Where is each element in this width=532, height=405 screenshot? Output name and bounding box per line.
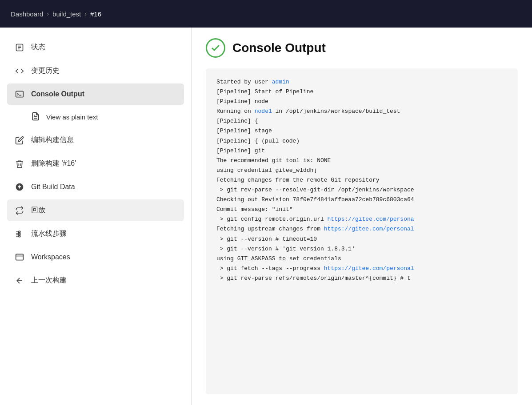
sidebar-item-workspaces[interactable]: Workspaces	[7, 246, 184, 268]
git-icon	[14, 183, 25, 191]
sidebar-item-console[interactable]: Console Output	[7, 83, 184, 105]
node1-link[interactable]: node1	[255, 108, 272, 115]
console-line: > git --version # 'git version 1.8.3.1'	[216, 244, 507, 254]
sidebar-item-pipeline[interactable]: 流水线步骤	[7, 223, 184, 245]
console-output[interactable]: Started by user admin [Pipeline] Start o…	[206, 68, 518, 394]
console-icon	[14, 90, 25, 99]
console-line: Fetching upstream changes from https://g…	[216, 224, 507, 234]
main-layout: 状态 变更历史 Console Output	[0, 28, 532, 405]
sidebar-item-changes[interactable]: 变更历史	[7, 60, 184, 82]
console-line: [Pipeline] { (pull code)	[216, 136, 507, 146]
sidebar-item-replay[interactable]: 回放	[7, 199, 184, 221]
sidebar-item-workspaces-label: Workspaces	[31, 253, 70, 261]
svg-rect-16	[16, 254, 24, 260]
console-line: Fetching changes from the remote Git rep…	[216, 175, 507, 185]
sidebar-item-pipeline-label: 流水线步骤	[31, 229, 67, 238]
sidebar: 状态 变更历史 Console Output	[0, 28, 192, 405]
sidebar-item-status-label: 状态	[31, 43, 45, 52]
svg-rect-4	[16, 91, 24, 97]
gitee-link-3[interactable]: https://gitee.com/personal	[324, 265, 414, 272]
console-line: Checking out Revision 78f0e7f4841affbeaa…	[216, 195, 507, 205]
admin-link[interactable]: admin	[272, 79, 289, 85]
console-line: > git fetch --tags --progress https://gi…	[216, 264, 507, 274]
console-line: Started by user admin	[216, 77, 507, 87]
breadcrumb-dashboard[interactable]: Dashboard	[11, 10, 43, 18]
console-line: Commit message: "init"	[216, 205, 507, 214]
edit-icon	[14, 136, 25, 145]
console-line: [Pipeline] {	[216, 116, 507, 126]
sidebar-item-plaintext[interactable]: View as plain text	[7, 107, 184, 127]
console-line: > git rev-parse refs/remotes/origin/mast…	[216, 274, 507, 283]
sidebar-item-prev[interactable]: 上一次构建	[7, 270, 184, 291]
sidebar-item-edit[interactable]: 编辑构建信息	[7, 129, 184, 151]
page-header: Console Output	[206, 38, 518, 58]
console-line: using credential gitee_wlddhj	[216, 166, 507, 175]
console-line: [Pipeline] Start of Pipeline	[216, 87, 507, 97]
replay-icon	[14, 206, 25, 215]
changes-icon	[14, 67, 25, 75]
workspace-icon	[14, 253, 25, 262]
delete-icon	[14, 159, 25, 168]
sidebar-item-gitdata-label: Git Build Data	[31, 183, 75, 191]
console-line: > git --version # timeout=10	[216, 234, 507, 244]
sidebar-item-console-label: Console Output	[31, 90, 84, 98]
sidebar-item-delete[interactable]: 删除构建 '#16'	[7, 153, 184, 175]
page-title: Console Output	[232, 41, 326, 55]
success-icon	[206, 38, 225, 58]
breadcrumb-sep-2: ›	[84, 10, 87, 17]
sidebar-item-edit-label: 编辑构建信息	[31, 135, 74, 145]
console-line: using GIT_ASKPASS to set credentials	[216, 254, 507, 264]
gitee-link-1[interactable]: https://gitee.com/persona	[328, 216, 414, 222]
sidebar-item-plaintext-label: View as plain text	[46, 113, 98, 121]
svg-rect-15	[19, 235, 20, 237]
status-icon	[14, 43, 25, 52]
sidebar-item-delete-label: 删除构建 '#16'	[31, 159, 76, 168]
breadcrumb-build: #16	[90, 10, 101, 18]
console-line: [Pipeline] node	[216, 97, 507, 107]
sidebar-item-gitdata[interactable]: Git Build Data	[7, 176, 184, 198]
sidebar-item-status[interactable]: 状态	[7, 36, 184, 58]
pipeline-icon	[14, 230, 25, 238]
console-line: The recommended git tool is: NONE	[216, 156, 507, 166]
console-line: > git rev-parse --resolve-git-dir /opt/j…	[216, 185, 507, 195]
svg-rect-13	[19, 231, 20, 232]
breadcrumb-sep-1: ›	[47, 10, 49, 17]
svg-rect-14	[19, 233, 20, 234]
breadcrumb-bar: Dashboard › build_test › #16	[0, 0, 532, 28]
breadcrumb-project[interactable]: build_test	[52, 10, 81, 18]
console-line: > git config remote.origin.url https://g…	[216, 214, 507, 224]
sidebar-item-replay-label: 回放	[31, 206, 45, 215]
sidebar-item-prev-label: 上一次构建	[31, 276, 67, 285]
main-content: Console Output Started by user admin [Pi…	[192, 28, 532, 405]
sidebar-item-changes-label: 变更历史	[31, 66, 60, 75]
console-line: Running on node1 in /opt/jenkins/workspa…	[216, 107, 507, 116]
console-line: [Pipeline] stage	[216, 126, 507, 136]
gitee-link-2[interactable]: https://gitee.com/personal	[324, 226, 414, 232]
plaintext-icon	[31, 112, 40, 122]
console-line: [Pipeline] git	[216, 146, 507, 156]
back-icon	[14, 276, 25, 285]
